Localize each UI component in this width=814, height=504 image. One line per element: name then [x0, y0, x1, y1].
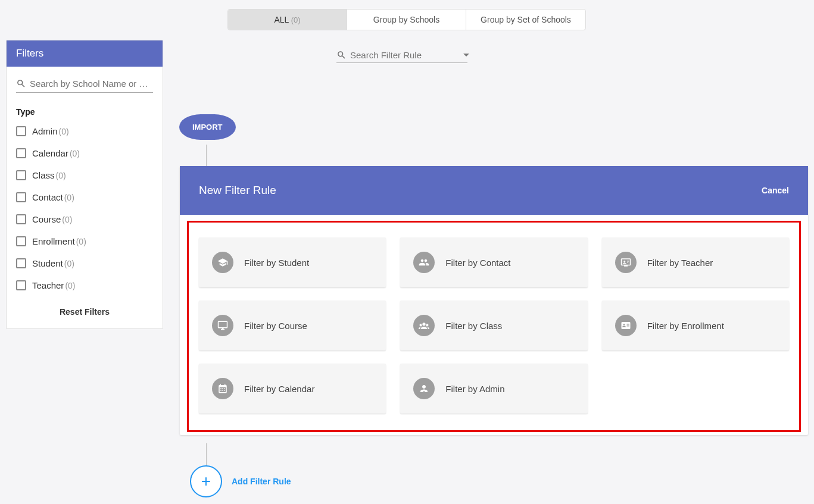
checkbox-count: (0) — [59, 127, 69, 136]
checkbox-calendar[interactable]: Calendar (0) — [16, 148, 153, 158]
class-icon — [413, 315, 435, 336]
checkbox-icon — [16, 280, 26, 290]
import-button[interactable]: IMPORT — [179, 114, 236, 140]
tile-label: Filter by Calendar — [244, 384, 314, 394]
tile-label: Filter by Student — [244, 258, 309, 268]
reset-filters-button[interactable]: Reset Filters — [16, 302, 153, 319]
add-filter-rule-button[interactable]: + Add Filter Rule — [190, 465, 291, 497]
connector-line — [206, 145, 207, 167]
tile-label: Filter by Enrollment — [647, 321, 724, 331]
tile-filter-calendar[interactable]: Filter by Calendar — [199, 364, 386, 414]
tab-all[interactable]: ALL (0) — [228, 10, 347, 30]
checkbox-count: (0) — [62, 215, 72, 224]
cancel-button[interactable]: Cancel — [762, 186, 789, 195]
search-icon — [336, 50, 347, 60]
filters-panel: Filters Type Admin (0) Calendar (0) Clas… — [6, 40, 163, 329]
tab-group-set-schools[interactable]: Group by Set of Schools — [466, 10, 585, 30]
search-icon — [16, 79, 26, 89]
checkbox-icon — [16, 236, 26, 246]
plus-icon: + — [190, 465, 222, 497]
connector-line — [206, 443, 207, 466]
checkbox-enrollment[interactable]: Enrollment (0) — [16, 236, 153, 246]
teacher-icon — [615, 252, 637, 273]
course-icon — [212, 315, 233, 336]
rule-card-body: Filter by Student Filter by Contact Filt… — [180, 215, 808, 435]
checkbox-icon — [16, 126, 26, 136]
checkbox-count: (0) — [64, 193, 74, 202]
checkbox-count: (0) — [70, 149, 80, 158]
tile-filter-student[interactable]: Filter by Student — [199, 237, 386, 287]
type-label: Type — [16, 107, 153, 117]
checkbox-icon — [16, 214, 26, 224]
tile-filter-admin[interactable]: Filter by Admin — [400, 364, 587, 414]
tab-label: Group by Schools — [373, 15, 439, 24]
checkbox-class[interactable]: Class (0) — [16, 170, 153, 180]
checkbox-label: Class — [32, 170, 55, 180]
checkbox-icon — [16, 148, 26, 158]
new-filter-rule-card: New Filter Rule Cancel Filter by Student… — [180, 166, 808, 435]
checkbox-label: Contact — [32, 192, 63, 202]
checkbox-icon — [16, 258, 26, 268]
checkbox-count: (0) — [64, 259, 74, 268]
tile-label: Filter by Course — [244, 321, 307, 331]
admin-icon — [413, 378, 435, 399]
contact-icon — [413, 252, 435, 273]
checkbox-icon — [16, 192, 26, 202]
checkbox-count: (0) — [76, 237, 86, 246]
tile-filter-enrollment[interactable]: Filter by Enrollment — [602, 300, 789, 350]
checkbox-label: Enrollment — [32, 236, 75, 246]
tab-group-schools[interactable]: Group by Schools — [347, 10, 466, 30]
checkbox-teacher[interactable]: Teacher (0) — [16, 280, 153, 290]
checkbox-label: Admin — [32, 126, 58, 136]
tabs: ALL (0) Group by Schools Group by Set of… — [227, 9, 586, 30]
checkbox-contact[interactable]: Contact (0) — [16, 192, 153, 202]
calendar-icon — [212, 378, 233, 399]
enrollment-icon — [615, 315, 637, 336]
tile-label: Filter by Contact — [445, 258, 510, 268]
checkbox-label: Calendar — [32, 148, 68, 158]
tile-label: Filter by Admin — [445, 384, 504, 394]
checkbox-student[interactable]: Student (0) — [16, 258, 153, 268]
filters-title: Filters — [7, 40, 163, 67]
tile-filter-class[interactable]: Filter by Class — [400, 300, 587, 350]
checkbox-icon — [16, 170, 26, 180]
add-filter-rule-label: Add Filter Rule — [232, 477, 291, 486]
student-icon — [212, 252, 233, 273]
tab-count: (0) — [291, 15, 301, 24]
filter-grid: Filter by Student Filter by Contact Filt… — [185, 221, 803, 427]
tab-label: Group by Set of Schools — [481, 15, 571, 24]
tile-filter-contact[interactable]: Filter by Contact — [400, 237, 587, 287]
checkbox-label: Course — [32, 214, 61, 224]
checkbox-label: Teacher — [32, 280, 64, 290]
tile-label: Filter by Class — [445, 321, 502, 331]
rule-card-title: New Filter Rule — [199, 184, 276, 197]
tile-filter-course[interactable]: Filter by Course — [199, 300, 386, 350]
checkbox-label: Student — [32, 258, 63, 268]
rule-card-header: New Filter Rule Cancel — [180, 166, 808, 215]
school-search[interactable] — [16, 76, 153, 93]
tab-label: ALL — [274, 15, 288, 24]
checkbox-count: (0) — [65, 281, 75, 290]
checkbox-course[interactable]: Course (0) — [16, 214, 153, 224]
chevron-down-icon — [463, 54, 469, 57]
tile-label: Filter by Teacher — [647, 258, 713, 268]
search-filter-rule[interactable] — [336, 48, 467, 63]
school-search-input[interactable] — [30, 79, 153, 89]
checkbox-admin[interactable]: Admin (0) — [16, 126, 153, 136]
checkbox-count: (0) — [56, 171, 66, 180]
search-filter-rule-input[interactable] — [350, 50, 463, 60]
tile-filter-teacher[interactable]: Filter by Teacher — [602, 237, 789, 287]
